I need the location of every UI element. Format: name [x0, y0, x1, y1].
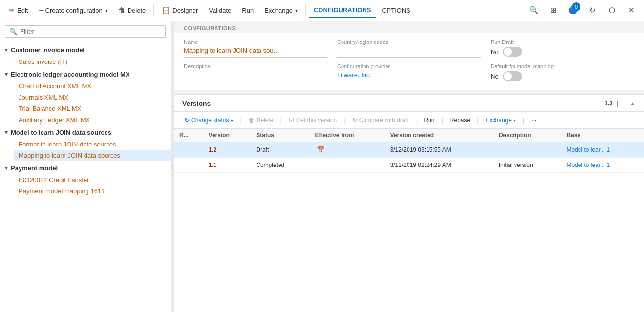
tree-child-iso20022[interactable]: ISO20022 Credit transfer	[14, 174, 171, 186]
table-cell-1-version: 1.1	[204, 158, 252, 173]
tree-child-trial-balance[interactable]: Trial Balance XML MX	[14, 103, 171, 114]
description-value	[184, 71, 327, 82]
main-layout: 🔍 ▾Customer invoice modelSales invoice (…	[0, 21, 644, 312]
versions-header: Versions 1.2 | -- ▲	[174, 95, 644, 112]
get-this-version-button[interactable]: ☑ Get this version	[285, 115, 341, 125]
get-version-icon: ☑	[289, 117, 294, 124]
col-header-created: Version created	[386, 129, 494, 142]
trash-icon: 🗑	[249, 117, 255, 124]
notification-badge: 0	[572, 2, 580, 11]
designer-button[interactable]: 📋 Designer	[157, 3, 203, 17]
tree-children-electronic-ledger: Chart of Account XML MXJournals XML MXTr…	[0, 81, 171, 125]
col-header-effective: Effective from	[310, 129, 385, 142]
tree-child-mapping-join[interactable]: Mapping to learn JOIN data sources	[14, 150, 171, 161]
delete-button[interactable]: 🗑 Delete	[113, 3, 151, 17]
table-cell-1-base: Model to lear... 1	[561, 158, 644, 173]
tree-parent-label-customer-invoice: Customer invoice model	[11, 46, 85, 54]
versions-separator: |	[617, 100, 618, 107]
separator-1	[153, 4, 154, 16]
search-button[interactable]: 🔍	[525, 1, 542, 19]
tree-parent-label-payment-model: Payment model	[11, 165, 58, 172]
options-tab[interactable]: OPTIONS	[377, 4, 415, 17]
tree-parent-customer-invoice[interactable]: ▾Customer invoice model	[0, 44, 171, 56]
table-cell-0-version: 1.2	[204, 142, 252, 158]
table-cell-1-status: Completed	[251, 158, 310, 173]
table-cell-0-base: Model to lear... 1	[561, 142, 644, 158]
compare-with-draft-button[interactable]: ↻ Compare with draft	[348, 115, 412, 125]
tree-parent-payment-model[interactable]: ▾Payment model	[0, 162, 171, 174]
tree-child-label-auxiliary-ledger: Auxiliary Ledger XML MX	[19, 116, 90, 124]
versions-run-button[interactable]: Run	[420, 115, 438, 125]
notification-button[interactable]: 🔵 0	[564, 1, 581, 19]
versions-delete-button[interactable]: 🗑 Delete	[245, 115, 278, 125]
versions-data-table: R...VersionStatusEffective fromVersion c…	[174, 129, 644, 173]
tree-parent-label-model-join: Model to learn JOIN data sources	[11, 129, 111, 136]
col-header-r: R...	[174, 129, 204, 142]
tree-parent-model-join[interactable]: ▾Model to learn JOIN data sources	[0, 126, 171, 139]
tree-child-label-journals-xml: Journals XML MX	[19, 94, 68, 101]
run-draft-field: Run Draft No	[491, 39, 634, 58]
exchange-button[interactable]: Exchange ▾	[259, 4, 302, 17]
run-button[interactable]: Run	[237, 4, 258, 17]
more-options-button[interactable]: ···	[527, 115, 540, 125]
tree-parent-label-electronic-ledger: Electronic ledger accounting model MX	[11, 71, 129, 78]
search-icon: 🔍	[9, 28, 17, 35]
tree-arrow-electronic-ledger: ▾	[5, 71, 8, 78]
sidebar-tree: ▾Customer invoice modelSales invoice (IT…	[0, 42, 171, 312]
calendar-icon[interactable]: 📅	[317, 146, 324, 153]
col-header-version: Version	[204, 129, 252, 142]
main-toolbar: ✏ Edit + Create configuration ▾ 🗑 Delete…	[0, 0, 644, 21]
col-header-status: Status	[251, 129, 310, 142]
tree-child-sales-invoice[interactable]: Sales invoice (IT)	[14, 56, 171, 67]
tree-child-chart-account[interactable]: Chart of Account XML MX	[14, 81, 171, 92]
open-external-button[interactable]: ⬡	[603, 1, 621, 19]
table-cell-0-r	[174, 142, 204, 158]
designer-icon: 📋	[162, 6, 170, 14]
table-cell-1-r	[174, 158, 204, 173]
toolbar-right-icons: 🔍 ⊞ 🔵 0 ↻ ⬡ ✕	[525, 1, 640, 19]
versions-badge2: --	[622, 100, 626, 107]
plus-icon: +	[39, 6, 43, 14]
tree-child-auxiliary-ledger[interactable]: Auxiliary Ledger XML MX	[14, 114, 171, 125]
country-field: Country/region codes	[337, 39, 481, 58]
table-body: 1.2Draft 📅3/12/2019 03:15:55 AMModel to …	[174, 142, 644, 173]
table-row[interactable]: 1.1Completed3/12/2019 02:24:29 AMInitial…	[174, 158, 644, 173]
grid-icon-button[interactable]: ⊞	[544, 1, 562, 19]
change-status-button[interactable]: ↻ Change status ▾	[180, 115, 237, 125]
filter-input-wrap[interactable]: 🔍	[5, 25, 166, 38]
configurations-tab[interactable]: CONFIGURATIONS	[309, 3, 376, 18]
edit-icon: ✏	[9, 6, 15, 14]
run-draft-toggle-wrap: No	[491, 47, 634, 57]
close-button[interactable]: ✕	[623, 1, 640, 19]
tree-children-customer-invoice: Sales invoice (IT)	[0, 56, 171, 67]
validate-button[interactable]: Validate	[204, 4, 236, 17]
filter-input[interactable]	[20, 28, 161, 35]
rebase-button[interactable]: Rebase	[446, 115, 474, 125]
name-field: Name Mapping to learn JOIN data sou...	[184, 39, 327, 58]
sidebar-filter-area: 🔍	[0, 21, 171, 42]
content-area: CONFIGURATIONS Name Mapping to learn JOI…	[174, 21, 644, 312]
tree-arrow-payment-model: ▾	[5, 165, 8, 171]
tree-child-format-join[interactable]: Format to learn JOIN data sources	[14, 139, 171, 150]
default-toggle[interactable]	[503, 71, 522, 81]
provider-value: Litware, Inc.	[337, 71, 481, 82]
table-row[interactable]: 1.2Draft 📅3/12/2019 03:15:55 AMModel to …	[174, 142, 644, 158]
tree-child-payment-mapping[interactable]: Payment model mapping 1611	[14, 186, 171, 197]
refresh-button[interactable]: ↻	[583, 1, 601, 19]
tree-parent-electronic-ledger[interactable]: ▾Electronic ledger accounting model MX	[0, 68, 171, 81]
tree-child-journals-xml[interactable]: Journals XML MX	[14, 92, 171, 103]
col-header-desc: Description	[494, 129, 562, 142]
run-draft-toggle[interactable]	[503, 47, 522, 57]
trash-icon: 🗑	[118, 6, 125, 14]
versions-collapse-btn[interactable]: ▲	[630, 100, 636, 107]
versions-exchange-button[interactable]: Exchange ▾	[482, 115, 520, 125]
configurations-form: Name Mapping to learn JOIN data sou... C…	[174, 33, 644, 90]
chevron-down-icon: ▾	[514, 118, 516, 123]
configurations-header: CONFIGURATIONS	[174, 21, 644, 33]
compare-icon: ↻	[352, 117, 357, 124]
create-configuration-button[interactable]: + Create configuration ▾	[34, 3, 112, 17]
edit-button[interactable]: ✏ Edit	[4, 3, 33, 17]
separator-2	[305, 4, 306, 16]
form-grid: Name Mapping to learn JOIN data sou... C…	[184, 39, 634, 82]
chevron-down-icon: ▾	[105, 8, 107, 13]
